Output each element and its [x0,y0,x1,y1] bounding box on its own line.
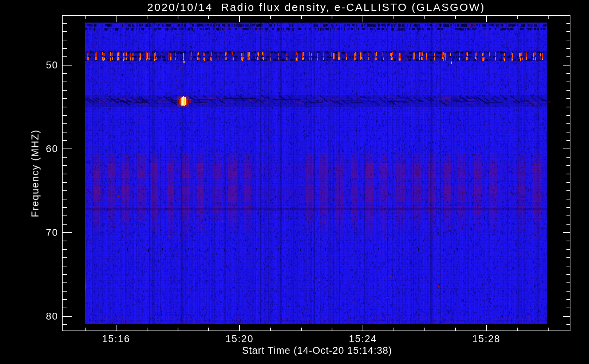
y-tick-label: 80 [17,310,58,322]
x-tick-label: 15:20 [214,333,265,345]
y-tick-label: 50 [17,59,58,71]
y-tick-label: 60 [17,143,58,155]
x-tick-label: 15:28 [461,333,512,345]
chart-title: 2020/10/14 Radio flux density, e-CALLIST… [62,1,570,13]
spectrogram-figure: 2020/10/14 Radio flux density, e-CALLIST… [0,0,589,364]
y-tick-label: 70 [17,227,58,238]
y-axis-label: Frequency (MHZ) [30,129,41,217]
x-tick-label: 15:16 [91,333,142,345]
x-axis-label: Start Time (14-Oct-20 15:14:38) [135,345,499,356]
x-tick-label: 15:24 [337,333,388,345]
spectrogram-canvas [0,0,589,364]
